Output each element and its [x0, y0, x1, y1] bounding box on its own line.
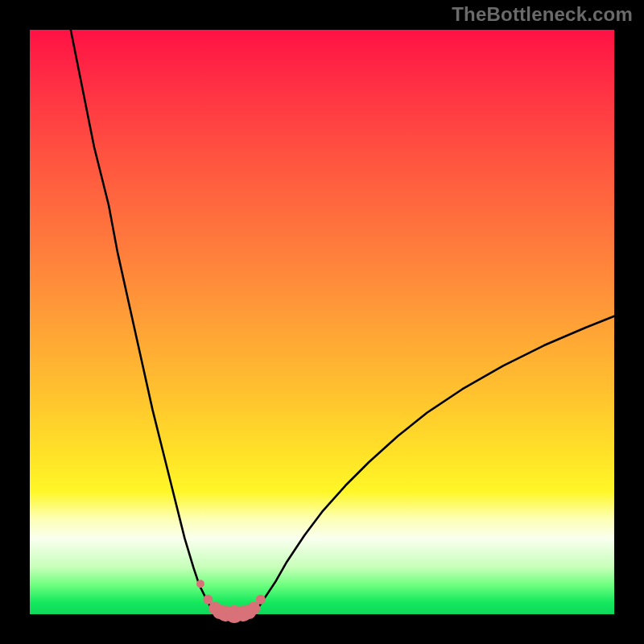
chart-container: TheBottleneck.com	[0, 0, 644, 644]
svg-point-0	[203, 595, 213, 605]
plot-area	[30, 30, 614, 614]
curve-group	[71, 30, 614, 614]
chart-svg	[30, 30, 614, 614]
svg-point-8	[256, 595, 266, 605]
svg-point-9	[196, 580, 204, 588]
trough-markers	[196, 580, 266, 623]
svg-point-7	[247, 602, 260, 615]
watermark-text: TheBottleneck.com	[452, 3, 633, 26]
